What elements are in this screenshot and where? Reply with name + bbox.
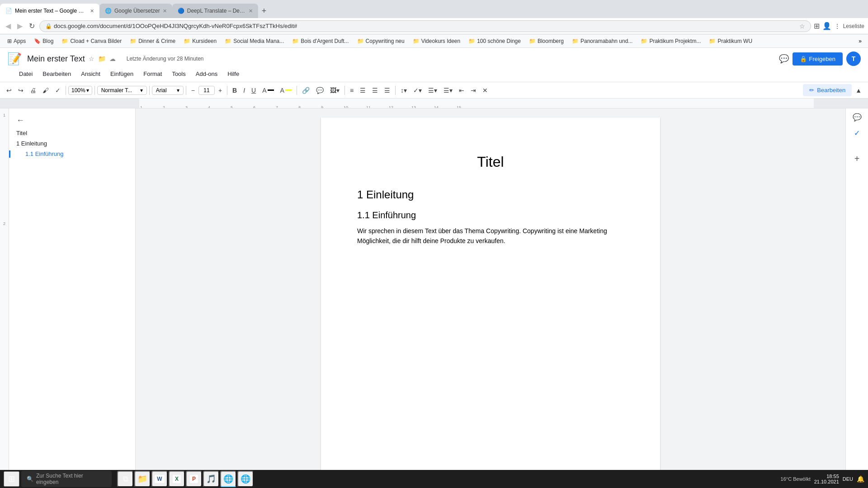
bookmark-bloomberg[interactable]: 📁 Bloomberg [525,37,567,46]
bookmark-dinner[interactable]: 📁 Dinner & Crime [126,37,179,46]
new-tab-button[interactable]: + [258,6,270,16]
menu-einfuegen[interactable]: Einfügen [106,69,138,79]
underline-button[interactable]: U [249,85,259,96]
toolbar-collapse-button[interactable]: ▲ [853,85,864,96]
undo-button[interactable]: ↩ [4,85,14,96]
menu-addons[interactable]: Add-ons [191,69,222,79]
bookmark-blog[interactable]: 🔖 Blog [30,37,57,46]
forward-button[interactable]: ▶ [15,21,24,31]
menu-tools[interactable]: Tools [167,69,190,79]
user-avatar[interactable]: T [846,52,861,66]
comment-insert-button[interactable]: 💬 [313,85,326,96]
tab-2[interactable]: 🌐 Google Übersetzer ✕ [99,4,172,18]
spellcheck-button[interactable]: ✓ [52,85,63,96]
folder-doc-icon[interactable]: 📁 [98,55,106,62]
doc-heading-einleitung[interactable]: 1 Einleitung [357,188,624,201]
font-select[interactable]: Arial ▾ [152,86,184,95]
doc-area[interactable]: Titel 1 Einleitung 1.1 Einführung Wir sp… [136,108,845,488]
bookmark-social[interactable]: 📁 Social Media Mana... [221,37,288,46]
paint-format-button[interactable]: 🖌 [40,85,52,96]
docs-doc-title[interactable]: Mein erster Text [27,54,85,64]
clear-format-button[interactable]: ✕ [480,85,491,96]
star-icon[interactable]: ☆ [799,23,805,30]
bookmarks-more[interactable]: » [856,37,864,46]
tab-3-close[interactable]: ✕ [249,8,253,14]
cloud-doc-icon[interactable]: ☁ [109,55,116,62]
link-button[interactable]: 🔗 [299,85,312,96]
explorer-button[interactable]: 📁 [134,471,151,487]
reading-mode-btn[interactable]: Leselistе [843,23,864,29]
justify-button[interactable]: ☰ [382,85,393,96]
menu-format[interactable]: Format [139,69,166,79]
font-size-field[interactable]: 11 [198,86,215,95]
zoom-control[interactable]: 100% ▾ [68,86,92,95]
comment-button[interactable]: 💬 [779,54,789,64]
right-plus-icon[interactable]: + [854,154,860,164]
word-button[interactable]: W [151,471,168,487]
url-bar[interactable]: 🔒 docs.google.com/document/d/1OOoPQeHD4J… [39,20,811,32]
excel-button[interactable]: X [169,471,185,487]
checklist-button[interactable]: ✓▾ [410,85,425,96]
redo-button[interactable]: ↪ [15,85,26,96]
image-button[interactable]: 🖼▾ [327,85,342,96]
align-left-button[interactable]: ≡ [347,85,356,96]
numbered-list-button[interactable]: ☰▾ [441,85,455,96]
doc-page[interactable]: Titel 1 Einleitung 1.1 Einführung Wir sp… [321,117,660,488]
edge-button[interactable]: 🌐 [237,471,254,487]
outline-item-einleitung[interactable]: 1 Einleitung [9,138,135,149]
menu-bearbeiten[interactable]: Bearbeiten [38,69,75,79]
tab-2-close[interactable]: ✕ [163,8,167,14]
star-doc-icon[interactable]: ☆ [89,55,94,62]
powerpoint-button[interactable]: P [186,471,202,487]
bookmark-copywriting[interactable]: 📁 Copywriting neu [354,37,408,46]
bookmark-wu[interactable]: 📁 Praktikum WU [705,37,756,46]
menu-hilfe[interactable]: Hilfe [223,69,244,79]
font-size-decrease[interactable]: − [189,85,198,96]
right-comments-icon[interactable]: 💬 [853,113,862,122]
bookmark-bois[interactable]: 📁 Bois d'Argent Duft... [288,37,352,46]
sidebar-back-button[interactable]: ← [9,113,135,128]
doc-heading-einfuehrung[interactable]: 1.1 Einführung [357,210,624,221]
line-spacing-button[interactable]: ↕▾ [398,85,410,96]
style-select[interactable]: Normaler T... ▾ [97,86,147,95]
tab-1-close[interactable]: ✕ [90,8,94,14]
bookmark-apps[interactable]: ⊞ Apps [4,37,29,46]
bearbeiten-button[interactable]: ✏ Bearbeiten [803,84,852,96]
back-button[interactable]: ◀ [4,21,13,31]
tab-1[interactable]: 📄 Mein erster Text – Google Docs ✕ [0,4,99,18]
outline-item-titel[interactable]: Titel [9,128,135,138]
profile-icon[interactable]: 👤 [822,22,831,30]
bookmark-100dinge[interactable]: 📁 100 schöne Dinge [465,37,524,46]
notification-icon[interactable]: 🔔 [857,475,864,483]
indent-decrease-button[interactable]: ⇤ [456,85,467,96]
doc-title[interactable]: Titel [357,154,624,170]
bold-button[interactable]: B [230,85,240,96]
spotify-button[interactable]: 🎵 [203,471,219,487]
align-right-button[interactable]: ☰ [369,85,381,96]
share-dropdown-button[interactable]: 🔒 Freigeben [793,52,843,66]
bullet-list-button[interactable]: ☰▾ [425,85,440,96]
extension-icon-1[interactable]: ⊞ [814,22,820,30]
bookmark-panorama[interactable]: 📁 Panoramabahn und... [568,37,636,46]
search-bar[interactable]: 🔍 Zur Suche Text hier eingeben [21,471,112,487]
bookmark-videokurs[interactable]: 📁 Videokurs Ideen [409,37,464,46]
right-check-icon[interactable]: ✓ [854,129,860,137]
outline-item-einfuehrung[interactable]: 1.1 Einführung [9,149,135,159]
chrome-button[interactable]: 🌐 [220,471,236,487]
reload-button[interactable]: ↻ [27,21,37,31]
doc-body-text[interactable]: Wir sprechen in diesem Text über das The… [357,226,624,246]
indent-increase-button[interactable]: ⇥ [468,85,479,96]
tab-3[interactable]: 🔵 DeepL Translate – Der präzisest... ✕ [172,4,258,18]
settings-icon[interactable]: ⋮ [834,23,840,30]
align-center-button[interactable]: ☰ [357,85,368,96]
bookmark-kursideen[interactable]: 📁 Kursideen [180,37,220,46]
bookmark-canva[interactable]: 📁 Cload + Canva Bilder [58,37,125,46]
task-view-button[interactable]: ⧉ [117,471,133,487]
highlight-button[interactable]: A [278,85,294,96]
print-button[interactable]: 🖨 [27,85,39,96]
italic-button[interactable]: I [241,85,248,96]
font-color-button[interactable]: A [259,85,276,96]
bookmark-praktikum[interactable]: 📁 Praktikum Projektm... [637,37,704,46]
start-button[interactable]: ⊞ [4,471,19,487]
menu-datei[interactable]: Datei [14,69,37,79]
